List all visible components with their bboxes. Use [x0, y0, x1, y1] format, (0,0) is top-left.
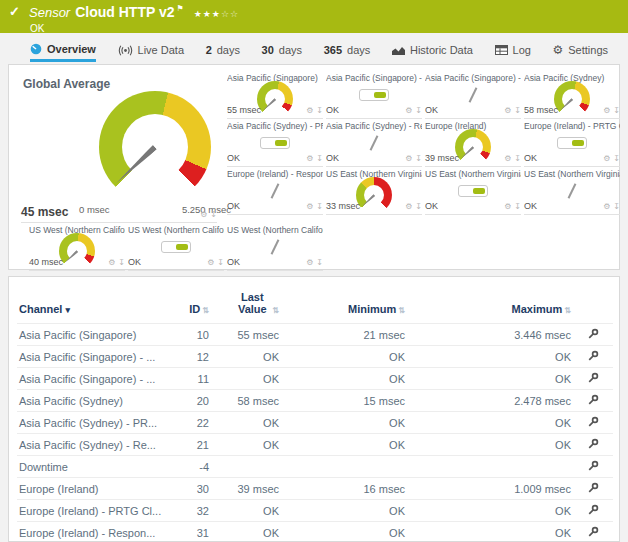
pin-icon[interactable]: ↧ [316, 106, 323, 115]
gear-icon[interactable]: ⚙ [504, 154, 511, 163]
table-row: Asia Pacific (Sydney) - PR...22OKOKOK [17, 412, 613, 434]
channel-tile-value: 33 msec [326, 201, 360, 211]
maximum-cell: OK [407, 346, 573, 368]
gear-icon[interactable]: ⚙ [603, 154, 610, 163]
channel-settings-icon[interactable] [588, 394, 599, 407]
tab-number: 2 [206, 44, 212, 56]
maximum-cell: OK [407, 434, 573, 456]
pin-icon[interactable]: ↧ [514, 202, 521, 211]
status-toggle-indicator [326, 81, 422, 108]
gear-icon[interactable]: ⚙ [108, 258, 115, 267]
status-toggle-indicator [227, 129, 323, 156]
table-row: Asia Pacific (Sydney) - Re...21OKOKOK [17, 434, 613, 456]
status-toggle [260, 137, 290, 149]
channel-settings-icon[interactable] [588, 438, 599, 451]
channel-tile-value: OK [524, 153, 537, 163]
id-cell: 31 [169, 522, 211, 542]
pin-icon[interactable]: ↧ [217, 258, 224, 267]
gear-icon[interactable]: ⚙ [603, 106, 610, 115]
channel-settings-icon[interactable] [588, 482, 599, 495]
gear-icon[interactable]: ⚙ [207, 258, 214, 267]
gauge-indicator [227, 81, 323, 108]
tile-footer: 55 msec⚙↧ [227, 105, 323, 119]
tile-footer: OK⚙↧ [128, 257, 224, 271]
tile-footer: 39 msec⚙↧ [425, 153, 521, 167]
sensor-status: OK [30, 23, 239, 34]
pin-icon[interactable]: ↧ [118, 258, 125, 267]
pin-icon[interactable]: ↧ [415, 202, 422, 211]
status-check-icon: ✓ [9, 4, 20, 19]
gear-icon[interactable]: ⚙ [306, 106, 313, 115]
channel-settings-icon[interactable] [588, 328, 599, 341]
global-average-value: 45 msec [21, 205, 68, 219]
tile-footer: 58 msec⚙↧ [524, 105, 620, 119]
channel-cell: Europe (Ireland) - Respon... [17, 522, 169, 542]
tab-historic-data[interactable]: Historic Data [392, 38, 473, 62]
gear-icon[interactable]: ⚙ [306, 258, 313, 267]
tab-settings[interactable]: ⚙Settings [552, 38, 608, 62]
id-cell: 12 [169, 346, 211, 368]
priority-stars[interactable]: ★★★☆☆ [194, 9, 239, 19]
gear-icon[interactable]: ⚙ [405, 202, 412, 211]
needle-icon [370, 135, 379, 150]
gear-icon[interactable]: ⚙ [306, 202, 313, 211]
pin-icon[interactable]: ↧ [415, 106, 422, 115]
pin-icon[interactable]: ↧ [613, 202, 620, 211]
pin-icon[interactable]: ↧ [210, 210, 217, 219]
channel-settings-icon[interactable] [588, 350, 599, 363]
channel-settings-icon[interactable] [588, 526, 599, 539]
pin-icon[interactable]: ↧ [514, 106, 521, 115]
needle-icon [271, 239, 280, 254]
tab-live-data[interactable]: Live Data [118, 38, 184, 62]
table-header-row: Channel▾ID⇅Last Value⇅Minimum⇅Maximum⇅ [17, 287, 613, 324]
tab-365-days[interactable]: 365 days [324, 38, 371, 62]
last-value-cell: OK [211, 522, 281, 542]
gauge-indicator [326, 177, 422, 204]
tile-footer: 45 msec ⚙↧ [21, 205, 217, 223]
channel-settings-icon[interactable] [588, 460, 599, 473]
tab-overview[interactable]: Overview [30, 38, 96, 62]
column-header-minimum[interactable]: Minimum⇅ [281, 287, 407, 324]
gear-icon[interactable]: ⚙ [405, 106, 412, 115]
id-cell: 11 [169, 368, 211, 390]
tab-bar: OverviewLive Data2 days30 days365 daysHi… [0, 38, 628, 62]
gauge-indicator [425, 129, 521, 156]
column-header-channel[interactable]: Channel▾ [17, 287, 169, 324]
tab-log[interactable]: Log [495, 38, 531, 62]
channel-settings-icon[interactable] [588, 504, 599, 517]
column-header-last-value[interactable]: Last Value⇅ [211, 287, 281, 324]
gear-icon[interactable]: ⚙ [405, 154, 412, 163]
column-header-id[interactable]: ID⇅ [169, 287, 211, 324]
gear-icon[interactable]: ⚙ [306, 154, 313, 163]
tab-label: Log [513, 44, 531, 56]
channel-settings-icon[interactable] [588, 416, 599, 429]
gear-icon[interactable]: ⚙ [504, 202, 511, 211]
tab-2-days[interactable]: 2 days [206, 38, 240, 62]
pin-icon[interactable]: ↧ [415, 154, 422, 163]
channel-tile: US East (Northern Virginia) - ...OK⚙↧ [524, 169, 620, 215]
last-value-cell: 55 msec [211, 324, 281, 346]
column-header-maximum[interactable]: Maximum⇅ [407, 287, 573, 324]
pin-icon[interactable]: ↧ [613, 154, 620, 163]
pin-icon[interactable]: ↧ [514, 154, 521, 163]
pin-icon[interactable]: ↧ [316, 258, 323, 267]
stars-empty: ☆☆ [221, 9, 239, 19]
last-value-cell [211, 456, 281, 478]
gear-icon[interactable]: ⚙ [603, 202, 610, 211]
pin-icon[interactable]: ↧ [316, 202, 323, 211]
minimum-cell [281, 456, 407, 478]
gear-icon[interactable]: ⚙ [200, 210, 207, 219]
tab-number: 30 [262, 44, 274, 56]
gear-icon[interactable]: ⚙ [504, 106, 511, 115]
pin-icon[interactable]: ↧ [316, 154, 323, 163]
last-value-cell: OK [211, 368, 281, 390]
channel-settings-icon[interactable] [588, 372, 599, 385]
last-value-cell: OK [211, 346, 281, 368]
sensor-header: ✓ SensorCloud HTTP v2⚑★★★☆☆ OK [0, 0, 628, 33]
tile-footer: OK⚙↧ [326, 105, 422, 119]
tab-30-days[interactable]: 30 days [262, 38, 303, 62]
pin-icon[interactable]: ↧ [613, 106, 620, 115]
flag-icon[interactable]: ⚑ [177, 4, 184, 13]
tab-number: 365 [324, 44, 342, 56]
needle-icon [469, 87, 478, 102]
